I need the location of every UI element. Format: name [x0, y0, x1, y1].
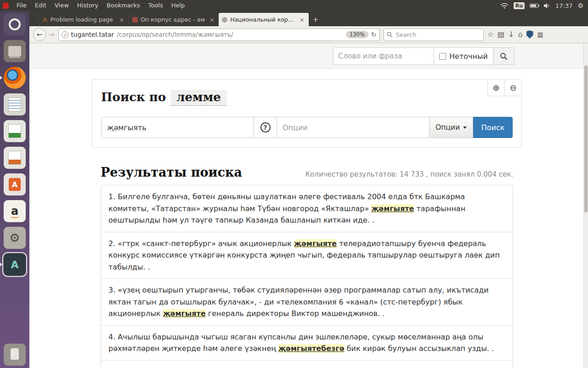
- software-bag-icon: A: [9, 178, 21, 191]
- system-tray: Ru 17:37 ⚙: [500, 2, 588, 9]
- volume-icon[interactable]: [543, 3, 550, 9]
- recorder-icon[interactable]: [3, 3, 9, 9]
- site-favicon: [132, 17, 138, 23]
- tab-title: Национальный корпус та: [230, 16, 295, 23]
- tab-close-icon[interactable]: ×: [298, 16, 305, 23]
- active-app-icon: A: [11, 259, 18, 270]
- menu-edit[interactable]: Edit: [31, 0, 51, 11]
- highlighted-lemma: җәмгыяте: [163, 309, 206, 318]
- settings-gear-icon: ⚙: [9, 231, 20, 245]
- launcher-item-system-settings[interactable]: ⚙: [4, 227, 26, 249]
- zoom-indicator[interactable]: 130%: [346, 31, 368, 38]
- quick-search-button[interactable]: [493, 47, 514, 65]
- wifi-icon[interactable]: [500, 3, 509, 9]
- inexact-checkbox[interactable]: [439, 53, 446, 60]
- keyboard-layout-indicator[interactable]: Ru: [514, 2, 525, 9]
- lemma-query-input[interactable]: [101, 117, 254, 138]
- downloads-icon[interactable]: ↓: [508, 31, 514, 38]
- result-text: 2. «гтрк «санкт-петербург» ачык акционер…: [108, 239, 294, 248]
- result-item-1: 1. Билгеле булганча, бөтен дөньяны шаула…: [101, 185, 513, 232]
- ubuntu-logo-icon: [9, 18, 21, 30]
- panel-title: Поиск по лемме: [101, 90, 513, 106]
- launcher-item-libreoffice-impress[interactable]: [4, 147, 26, 169]
- url-bar[interactable]: i tugantel.tatar /corpus/op/search/lemma…: [58, 29, 380, 41]
- search-mode-chip[interactable]: лемме: [170, 90, 227, 106]
- menu-help[interactable]: Help: [167, 0, 189, 11]
- result-item-3: 3. «үзең оештырып утырганчы, төбәк студи…: [101, 278, 513, 326]
- page-content: Неточный ⊕ ⊖: [29, 43, 588, 368]
- document-icon: [8, 98, 21, 111]
- browser-search-bar[interactable]: [384, 29, 484, 41]
- remove-query-icon[interactable]: ⊖: [504, 80, 521, 96]
- bookmarks-panel-icon[interactable]: ▤: [498, 31, 504, 38]
- results-header: Результаты поиска Количество результатов…: [92, 165, 522, 179]
- options-input[interactable]: [277, 117, 430, 138]
- menu-bookmarks[interactable]: Bookmarks: [102, 0, 144, 11]
- launcher-item-libreoffice-calc[interactable]: [4, 120, 26, 142]
- launcher-item-active-app[interactable]: A: [4, 253, 26, 276]
- menu-tools[interactable]: Tools: [144, 0, 167, 11]
- battery-icon[interactable]: [530, 4, 538, 8]
- inexact-label: Неточный: [449, 52, 488, 61]
- search-form: ? Опции Поиск: [101, 117, 513, 138]
- quick-search-group: Неточный: [333, 47, 514, 65]
- new-tab-button[interactable]: +: [309, 13, 322, 26]
- menu-history[interactable]: History: [73, 0, 102, 11]
- tab-national-corpus[interactable]: Национальный корпус та ×: [219, 13, 309, 26]
- search-submit-button[interactable]: Поиск: [473, 117, 513, 138]
- site-favicon: [222, 17, 227, 23]
- desktop: File Edit View History Bookmarks Tools H…: [0, 0, 588, 368]
- url-path: /corpus/op/search/lemma/җәмгыять/: [117, 31, 343, 38]
- options-dropdown-label: Опции: [435, 123, 460, 132]
- scrollbar-thumb[interactable]: [584, 65, 588, 213]
- help-button[interactable]: ?: [254, 117, 277, 138]
- result-item-4: 4. Ачылыш барышында чыгыш ясаган күпсанл…: [101, 325, 513, 361]
- menu-file[interactable]: File: [12, 0, 31, 11]
- main-container: ⊕ ⊖ Поиск по лемме ? Опции: [92, 79, 522, 368]
- options-dropdown-button[interactable]: Опции: [430, 117, 473, 138]
- launcher-item-firefox[interactable]: [4, 67, 26, 89]
- menu-view[interactable]: View: [51, 0, 73, 11]
- shield-addon-icon[interactable]: [526, 30, 533, 39]
- launcher-item-amazon[interactable]: a: [4, 200, 26, 222]
- results-title: Результаты поиска: [101, 165, 242, 179]
- search-icon: [500, 52, 508, 60]
- launcher-item-trash[interactable]: [4, 344, 26, 366]
- tab-corpus-address[interactable]: Оп корпус адрес - ам ×: [129, 13, 219, 26]
- forward-button[interactable]: →: [49, 30, 55, 39]
- tab-problem-loading[interactable]: ⚠ Problem loading page ×: [39, 13, 129, 26]
- menu-hamburger-icon[interactable]: ≡: [537, 30, 544, 40]
- page-scrollbar[interactable]: [583, 43, 588, 368]
- results-list: 1. Билгеле булганча, бөтен дөньяны шаула…: [92, 185, 522, 368]
- files-icon: [8, 46, 21, 56]
- url-host: tugantel.tatar: [71, 31, 114, 38]
- back-button[interactable]: ←: [33, 28, 46, 41]
- browser-window: ⚠ Problem loading page × Оп корпус адрес…: [29, 11, 588, 368]
- launcher-item-software-center[interactable]: A: [4, 173, 26, 196]
- highlighted-lemma: җәмгыяте: [294, 239, 337, 248]
- launcher-item-file-manager[interactable]: [4, 40, 26, 62]
- tab-title: Оп корпус адрес - ам: [141, 16, 205, 23]
- warning-favicon: ⚠: [42, 16, 48, 23]
- quick-search-input[interactable]: [333, 47, 434, 65]
- search-panel: ⊕ ⊖ Поиск по лемме ? Опции: [92, 79, 522, 148]
- bookmark-star-icon[interactable]: ☆: [487, 31, 494, 38]
- unity-launcher: A a ⚙ A: [0, 11, 29, 368]
- session-gear-icon[interactable]: ⚙: [577, 2, 583, 9]
- launcher-item-text-editor[interactable]: [4, 93, 26, 115]
- tab-close-icon[interactable]: ×: [118, 16, 125, 23]
- clock[interactable]: 17:37: [555, 2, 572, 9]
- result-text: бик кирәк булуын ассызыклап узды. .: [345, 344, 494, 353]
- reload-icon[interactable]: ↻: [371, 31, 377, 38]
- navigation-toolbar: ← → i tugantel.tatar /corpus/op/search/l…: [29, 26, 588, 43]
- home-icon[interactable]: ⌂: [518, 31, 522, 38]
- tab-close-icon[interactable]: ×: [208, 16, 215, 23]
- launcher-item-ubuntu-dash[interactable]: [4, 13, 26, 35]
- add-query-icon[interactable]: ⊕: [487, 80, 504, 96]
- inexact-checkbox-group[interactable]: Неточный: [434, 47, 493, 65]
- site-header: Неточный: [29, 43, 588, 69]
- browser-search-input[interactable]: [395, 31, 481, 39]
- spreadsheet-icon: [8, 124, 21, 138]
- page-info-icon[interactable]: i: [62, 31, 68, 38]
- result-text: генераль директоры Виктор машенджинов. .: [206, 309, 384, 318]
